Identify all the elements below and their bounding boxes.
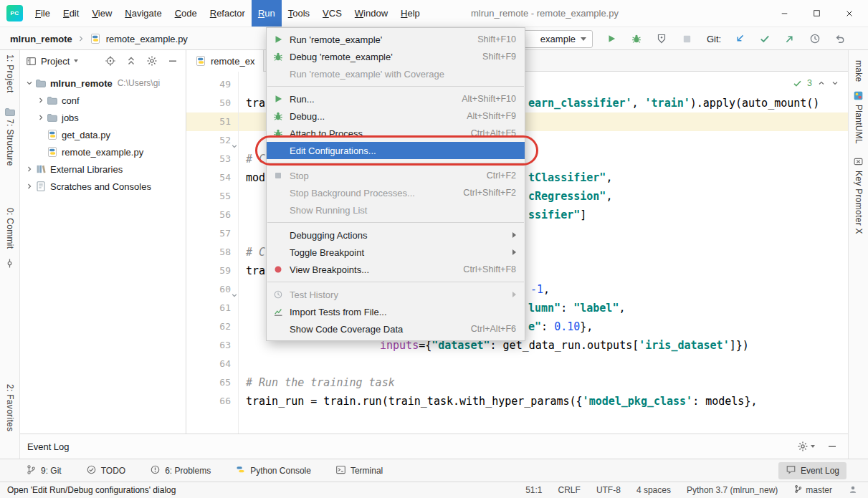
- menu-item-debug-remote-example[interactable]: Debug 'remote_example'Shift+F9: [267, 48, 525, 65]
- commit-button[interactable]: [758, 32, 771, 45]
- minimize-button[interactable]: [768, 0, 801, 27]
- stripe-button-2-favorites[interactable]: 2: Favorites: [0, 384, 19, 431]
- close-button[interactable]: [833, 0, 865, 27]
- menubar-item-file[interactable]: File: [29, 0, 57, 27]
- plantuml-icon[interactable]: [853, 90, 864, 102]
- project-tree: mlrun_remoteC:\Users\giconfjobsget_data.…: [20, 72, 186, 195]
- tree-item-external-libraries[interactable]: External Libraries: [20, 161, 186, 178]
- stripe-button-plantuml[interactable]: PlantUML: [849, 105, 868, 144]
- chevron-right-icon[interactable]: [36, 96, 46, 105]
- toolwindow-button-6-problems[interactable]: 6: Problems: [150, 464, 211, 477]
- tree-item-conf[interactable]: conf: [20, 92, 186, 109]
- stripe-button-label: 7: Structure: [5, 119, 15, 166]
- line-number: 64: [186, 355, 231, 373]
- locate-file-button[interactable]: [105, 55, 116, 67]
- inspections-widget[interactable]: 3: [793, 78, 839, 88]
- run-button[interactable]: [605, 32, 618, 45]
- menu-item-view-breakpoints[interactable]: View Breakpoints...Ctrl+Shift+F8: [267, 261, 525, 278]
- stripe-button-0-commit[interactable]: 0: Commit: [0, 208, 19, 249]
- editor-tab[interactable]: remote_ex: [186, 50, 264, 72]
- python-interpreter[interactable]: Python 3.7 (mlrun_new): [687, 485, 778, 495]
- code-token: cRegression": [528, 190, 606, 203]
- menubar-item-navigate[interactable]: Navigate: [118, 0, 168, 27]
- gear-icon[interactable]: [146, 55, 158, 67]
- toolwindow-button-9-git[interactable]: 9: Git: [26, 464, 62, 477]
- commit-icon[interactable]: [4, 258, 16, 269]
- update-project-button[interactable]: [733, 32, 746, 45]
- toolwindow-button-terminal[interactable]: Terminal: [335, 464, 383, 477]
- rollback-button[interactable]: [834, 32, 846, 45]
- breadcrumb-project[interactable]: mlrun_remote: [10, 34, 72, 44]
- caret-position[interactable]: 51:1: [525, 485, 542, 495]
- tree-item-mlrun-remote[interactable]: mlrun_remoteC:\Users\gi: [20, 75, 186, 92]
- debug-button[interactable]: [630, 32, 643, 45]
- folder-icon[interactable]: [4, 106, 16, 118]
- menubar-item-refactor[interactable]: Refactor: [204, 0, 252, 27]
- menu-item-attach-to-process[interactable]: Attach to Process...Ctrl+Alt+F5: [267, 125, 525, 142]
- breadcrumb-file[interactable]: remote_example.py: [106, 34, 188, 44]
- stripe-button-1-project[interactable]: 1: Project: [0, 54, 19, 93]
- menubar-item-run[interactable]: Run: [252, 0, 282, 27]
- menubar-item-tools[interactable]: Tools: [282, 0, 316, 27]
- menubar-item-code[interactable]: Code: [168, 0, 204, 27]
- line-number: 59: [186, 262, 231, 280]
- fold-icon[interactable]: [231, 137, 239, 145]
- menu-item-debugging-actions[interactable]: Debugging Actions: [267, 226, 525, 244]
- file-encoding[interactable]: UTF-8: [596, 485, 621, 495]
- git-branch-widget[interactable]: master: [793, 484, 832, 496]
- tree-item-label: mlrun_remote: [50, 78, 113, 89]
- event-log-hide-button[interactable]: [826, 441, 838, 452]
- fold-icon[interactable]: [231, 286, 239, 295]
- menubar-item-edit[interactable]: Edit: [57, 0, 85, 27]
- menu-item-toggle-breakpoint[interactable]: Toggle Breakpoint: [267, 244, 525, 261]
- collapse-all-button[interactable]: [125, 55, 137, 67]
- menu-item-show-code-coverage-data[interactable]: Show Code Coverage DataCtrl+Alt+F6: [267, 320, 525, 337]
- keypromoter-icon[interactable]: [853, 156, 864, 168]
- history-button[interactable]: [809, 32, 821, 45]
- menu-item-import-tests-from-file[interactable]: Import Tests from File...: [267, 303, 525, 320]
- menu-item-run-remote-example[interactable]: Run 'remote_example'Shift+F10: [267, 31, 525, 48]
- tree-item-jobs[interactable]: jobs: [20, 109, 186, 126]
- tree-item-scratches-and-consoles[interactable]: Scratches and Consoles: [20, 178, 186, 195]
- menu-item-edit-configurations[interactable]: Edit Configurations...: [267, 142, 525, 159]
- chevron-right-icon[interactable]: [24, 165, 34, 173]
- indent-style[interactable]: 4 spaces: [636, 485, 671, 495]
- right-tool-stripe: makePlantUMLKey Promoter X: [848, 50, 868, 459]
- menu-item-shortcut: Ctrl+F2: [487, 171, 516, 181]
- stripe-button-7-structure[interactable]: 7: Structure: [0, 119, 19, 166]
- stripe-button-key-promoter-x[interactable]: Key Promoter X: [849, 171, 868, 234]
- stripe-button-make[interactable]: make: [849, 60, 868, 82]
- pycharm-logo-text: PC: [10, 10, 19, 16]
- hide-panel-button[interactable]: [167, 55, 178, 67]
- prev-problem-button[interactable]: [817, 79, 826, 87]
- chevron-right-icon[interactable]: [36, 113, 46, 122]
- menubar-item-view[interactable]: View: [85, 0, 118, 27]
- push-button[interactable]: [783, 32, 796, 45]
- coverage-button[interactable]: [655, 32, 668, 45]
- maximize-button[interactable]: [801, 0, 833, 27]
- line-number: 66: [186, 392, 231, 411]
- toolwindow-button-python-console[interactable]: Python Console: [235, 464, 311, 477]
- line-separator[interactable]: CRLF: [558, 485, 581, 495]
- chevron-right-icon[interactable]: [24, 182, 34, 191]
- code-fragment: ssifier"]: [528, 206, 586, 224]
- stop-icon: [272, 170, 284, 181]
- menubar-item-vcs[interactable]: VCS: [316, 0, 348, 27]
- tree-item-remote-example-py[interactable]: remote_example.py: [20, 143, 186, 161]
- chevron-down-icon[interactable]: [24, 79, 34, 87]
- inspection-profile-icon[interactable]: [848, 484, 858, 497]
- menu-item-shortcut: Ctrl+Shift+F2: [463, 188, 516, 198]
- menubar-item-help[interactable]: Help: [394, 0, 426, 27]
- toolwindow-button-todo[interactable]: TODO: [86, 464, 125, 477]
- next-problem-button[interactable]: [831, 79, 839, 87]
- menu-item-debug[interactable]: Debug...Alt+Shift+F9: [267, 107, 525, 125]
- event-log-toolbutton[interactable]: Event Log: [778, 462, 846, 479]
- event-log-settings-button[interactable]: [797, 441, 815, 452]
- toolwindow-button-label: TODO: [101, 466, 125, 476]
- menubar-item-window[interactable]: Window: [348, 0, 394, 27]
- project-panel-title[interactable]: Project: [41, 56, 70, 67]
- event-log-panel: Event Log: [20, 434, 848, 459]
- menubar-item-label: Navigate: [125, 8, 161, 19]
- tree-item-get-data-py[interactable]: get_data.py: [20, 126, 186, 143]
- menu-item-run[interactable]: Run...Alt+Shift+F10: [267, 90, 525, 107]
